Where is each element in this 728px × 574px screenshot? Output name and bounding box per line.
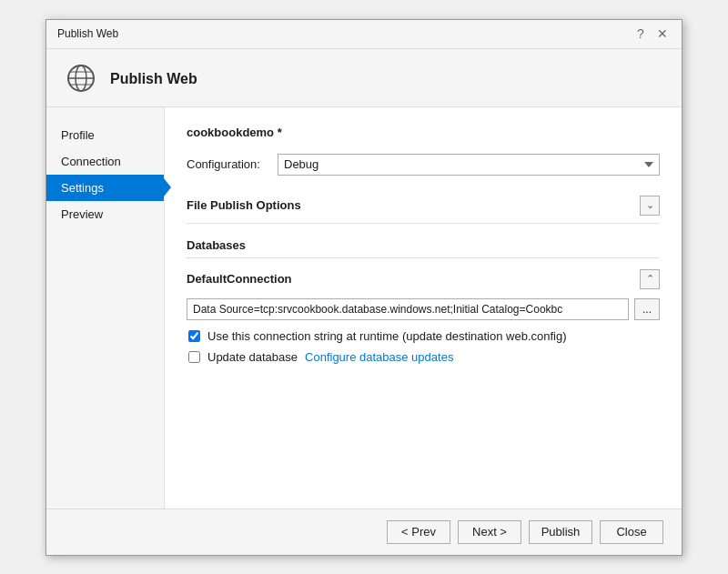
globe-icon	[65, 62, 97, 97]
configuration-label: Configuration:	[187, 157, 268, 171]
file-publish-options-section[interactable]: File Publish Options ⌄	[187, 188, 660, 224]
databases-title: Databases	[187, 238, 660, 258]
update-database-checkbox[interactable]	[188, 351, 200, 363]
sidebar: Profile Connection Settings Preview	[46, 107, 165, 509]
connection-string-input[interactable]	[187, 298, 629, 320]
browse-button[interactable]: ...	[634, 298, 660, 320]
use-connection-string-label: Use this connection string at runtime (u…	[207, 329, 567, 343]
sidebar-item-preview[interactable]: Preview	[46, 201, 164, 227]
databases-section: Databases DefaultConnection ⌃ ... Use	[187, 238, 660, 364]
profile-name: cookbookdemo *	[187, 126, 660, 139]
sidebar-item-label-profile: Profile	[61, 128, 95, 142]
title-bar: Publish Web ? ✕	[46, 20, 682, 49]
title-bar-controls: ? ✕	[632, 25, 671, 42]
file-publish-options-label: File Publish Options	[187, 198, 301, 212]
prev-button[interactable]: < Prev	[387, 520, 450, 544]
dialog-header: Publish Web	[46, 49, 682, 107]
sidebar-item-connection[interactable]: Connection	[46, 148, 164, 175]
sidebar-item-label-connection: Connection	[61, 155, 121, 168]
use-connection-string-checkbox[interactable]	[188, 330, 200, 342]
sidebar-item-settings[interactable]: Settings	[46, 175, 164, 201]
configuration-select[interactable]: Debug Release	[278, 154, 660, 176]
content-area: cookbookdemo * Configuration: Debug Rele…	[165, 107, 682, 509]
close-dialog-button[interactable]: Close	[600, 520, 663, 544]
update-database-label: Update database	[207, 350, 298, 364]
footer: < Prev Next > Publish Close	[46, 509, 682, 555]
next-button[interactable]: Next >	[458, 520, 521, 544]
sidebar-item-profile[interactable]: Profile	[46, 122, 164, 148]
dialog-title: Publish Web	[57, 27, 118, 40]
default-connection-chevron[interactable]: ⌃	[640, 269, 660, 289]
connection-string-row: ...	[187, 298, 660, 320]
default-connection-label: DefaultConnection	[187, 272, 292, 286]
configuration-row: Configuration: Debug Release	[187, 154, 660, 176]
help-button[interactable]: ?	[632, 25, 649, 42]
close-button[interactable]: ✕	[654, 25, 671, 42]
main-content: Profile Connection Settings Preview cook…	[46, 107, 682, 509]
configure-database-link[interactable]: Configure database updates	[305, 350, 453, 364]
default-connection-header: DefaultConnection ⌃	[187, 269, 660, 289]
publish-web-dialog: Publish Web ? ✕ Publish Web Profile Co	[46, 19, 682, 556]
use-connection-string-row: Use this connection string at runtime (u…	[188, 329, 660, 343]
header-title: Publish Web	[110, 71, 197, 87]
update-database-row: Update database Configure database updat…	[188, 350, 660, 364]
sidebar-item-label-settings: Settings	[61, 181, 104, 195]
sidebar-item-label-preview: Preview	[61, 207, 103, 221]
file-publish-chevron[interactable]: ⌄	[640, 196, 660, 216]
publish-button[interactable]: Publish	[529, 520, 592, 544]
default-connection-subsection: DefaultConnection ⌃ ... Use this connect…	[187, 269, 660, 364]
